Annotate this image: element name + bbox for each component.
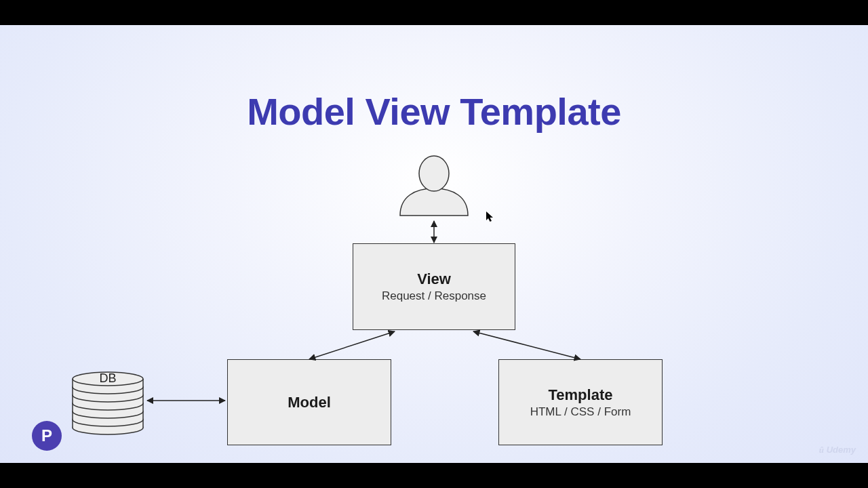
view-subtitle: Request / Response (382, 289, 486, 303)
view-title: View (417, 270, 451, 288)
model-title: Model (288, 394, 331, 411)
view-box: View Request / Response (353, 243, 515, 330)
slide-canvas: Model View Template View Request / Respo… (0, 25, 868, 463)
model-box: Model (227, 359, 391, 445)
logo-badge: P (32, 421, 62, 451)
template-title: Template (549, 386, 613, 404)
brand-watermark: û Udemy (819, 445, 856, 455)
template-subtitle: HTML / CSS / Form (530, 405, 631, 419)
logo-letter: P (41, 426, 52, 445)
slide-title: Model View Template (0, 89, 868, 134)
template-box: Template HTML / CSS / Form (498, 359, 663, 445)
